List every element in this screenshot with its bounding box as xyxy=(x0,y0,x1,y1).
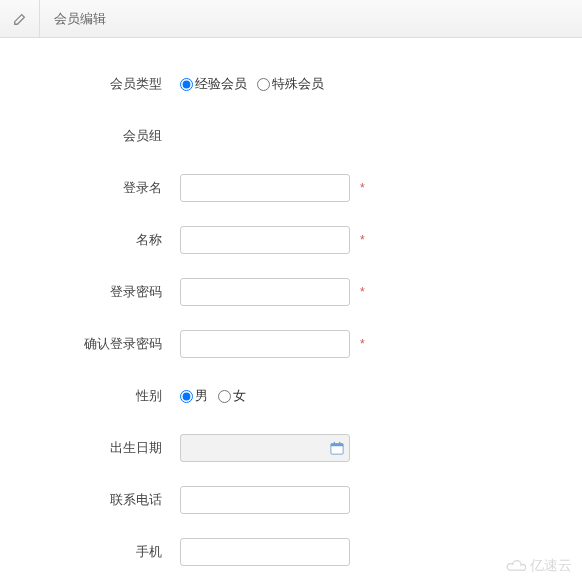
login-name-control: * xyxy=(180,174,365,202)
label-name: 名称 xyxy=(0,231,180,249)
row-member-type: 会员类型 经验会员 特殊会员 xyxy=(0,58,582,110)
label-phone: 联系电话 xyxy=(0,491,180,509)
edit-icon-cell[interactable] xyxy=(0,0,40,38)
label-member-group: 会员组 xyxy=(0,127,180,145)
radio-member-type-exp[interactable]: 经验会员 xyxy=(180,75,247,93)
watermark-text: 亿速云 xyxy=(530,557,572,575)
radio-gender-female[interactable]: 女 xyxy=(218,387,246,405)
row-phone: 联系电话 xyxy=(0,474,582,526)
radio-input-special[interactable] xyxy=(257,78,270,91)
row-name: 名称 * xyxy=(0,214,582,266)
confirm-password-input[interactable] xyxy=(180,330,350,358)
member-type-radios: 经验会员 特殊会员 xyxy=(180,75,330,93)
password-input[interactable] xyxy=(180,278,350,306)
radio-label-male: 男 xyxy=(195,387,208,405)
mobile-control xyxy=(180,538,350,566)
radio-input-female[interactable] xyxy=(218,390,231,403)
radio-member-type-special[interactable]: 特殊会员 xyxy=(257,75,324,93)
phone-control xyxy=(180,486,350,514)
mobile-input[interactable] xyxy=(180,538,350,566)
row-member-group: 会员组 xyxy=(0,110,582,162)
label-birth-date: 出生日期 xyxy=(0,439,180,457)
row-login-name: 登录名 * xyxy=(0,162,582,214)
radio-input-exp[interactable] xyxy=(180,78,193,91)
row-email: 电子邮箱 xyxy=(0,578,582,585)
label-confirm-password: 确认登录密码 xyxy=(0,335,180,353)
label-login-name: 登录名 xyxy=(0,179,180,197)
confirm-password-control: * xyxy=(180,330,365,358)
row-password: 登录密码 * xyxy=(0,266,582,318)
row-mobile: 手机 xyxy=(0,526,582,578)
radio-input-male[interactable] xyxy=(180,390,193,403)
radio-label-female: 女 xyxy=(233,387,246,405)
gender-radios: 男 女 xyxy=(180,387,252,405)
label-mobile: 手机 xyxy=(0,543,180,561)
radio-label-exp: 经验会员 xyxy=(195,75,247,93)
birth-date-input[interactable] xyxy=(180,434,350,462)
cloud-icon xyxy=(506,559,526,573)
edit-icon xyxy=(13,12,27,26)
required-mark: * xyxy=(360,337,365,351)
name-input[interactable] xyxy=(180,226,350,254)
watermark: 亿速云 xyxy=(506,557,572,575)
required-mark: * xyxy=(360,181,365,195)
name-control: * xyxy=(180,226,365,254)
radio-label-special: 特殊会员 xyxy=(272,75,324,93)
required-mark: * xyxy=(360,233,365,247)
login-name-input[interactable] xyxy=(180,174,350,202)
password-control: * xyxy=(180,278,365,306)
date-wrapper xyxy=(180,434,350,462)
radio-gender-male[interactable]: 男 xyxy=(180,387,208,405)
birth-date-control xyxy=(180,434,350,462)
header-bar: 会员编辑 xyxy=(0,0,582,38)
label-password: 登录密码 xyxy=(0,283,180,301)
required-mark: * xyxy=(360,285,365,299)
label-member-type: 会员类型 xyxy=(0,75,180,93)
member-edit-form: 会员类型 经验会员 特殊会员 会员组 登录名 * 名称 * 登录密 xyxy=(0,38,582,585)
phone-input[interactable] xyxy=(180,486,350,514)
page-title: 会员编辑 xyxy=(40,10,106,28)
row-gender: 性别 男 女 xyxy=(0,370,582,422)
label-gender: 性别 xyxy=(0,387,180,405)
row-confirm-password: 确认登录密码 * xyxy=(0,318,582,370)
row-birth-date: 出生日期 xyxy=(0,422,582,474)
